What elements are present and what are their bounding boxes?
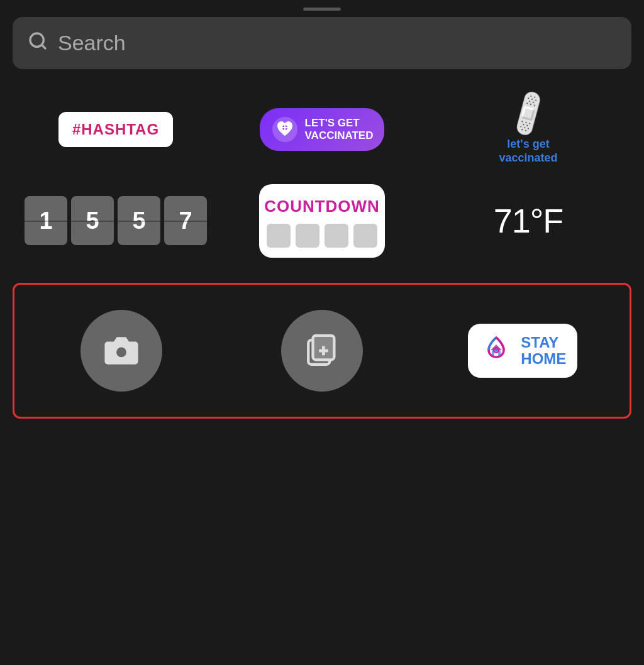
countdown-box-4 [353, 224, 377, 248]
flip-digit-2: 5 [71, 196, 114, 245]
action-row: STAY HOME [13, 283, 631, 419]
vaccinated-sticker-cell[interactable]: LET'S GET VACCINATED [219, 88, 425, 171]
flip-digit-4: 7 [164, 196, 207, 245]
stay-home-cell[interactable]: STAY HOME [423, 311, 623, 390]
sticker-row-2: 1 5 5 7 COUNTDOWN 71°F [0, 177, 644, 264]
svg-point-14 [495, 349, 497, 351]
countdown-sticker[interactable]: COUNTDOWN [259, 184, 385, 258]
hashtag-text: #HASHTAG [72, 121, 159, 138]
gallery-icon [304, 332, 340, 369]
bandaid-icon: 🩹 [501, 87, 556, 140]
vaccinated-sticker[interactable]: LET'S GET VACCINATED [260, 108, 385, 151]
countdown-box-1 [267, 224, 291, 248]
svg-point-6 [115, 346, 127, 358]
bandaid-sticker-cell[interactable]: 🩹 let's getvaccinated [425, 88, 631, 171]
flip-digit-3: 5 [118, 196, 160, 245]
drag-indicator [303, 8, 341, 11]
weather-sticker-cell[interactable]: 71°F [425, 189, 631, 253]
flip-clock[interactable]: 1 5 5 7 [13, 184, 219, 258]
bandaid-text: let's getvaccinated [499, 138, 557, 165]
countdown-label: COUNTDOWN [264, 197, 380, 216]
countdown-box-2 [296, 224, 319, 248]
camera-cell[interactable] [21, 297, 221, 404]
stay-home-icon [479, 334, 513, 368]
search-icon [28, 31, 48, 55]
countdown-boxes [267, 224, 377, 248]
stay-home-sticker[interactable]: STAY HOME [468, 324, 577, 378]
vacc-heart-icon [271, 116, 299, 143]
weather-text: 71°F [494, 201, 564, 240]
countdown-box-3 [325, 224, 348, 248]
camera-icon [103, 332, 140, 369]
countdown-sticker-wrapper[interactable]: COUNTDOWN [219, 184, 425, 258]
sticker-row-1: #HASHTAG LET'S GET VACCINATED 🩹 let's ge… [0, 82, 644, 177]
stay-home-text: STAY HOME [521, 334, 566, 368]
flip-digit-1: 1 [25, 196, 67, 245]
search-bar[interactable]: Search [13, 17, 631, 69]
svg-line-1 [42, 45, 45, 48]
vaccinated-text: LET'S GET VACCINATED [305, 117, 374, 143]
hashtag-sticker[interactable]: #HASHTAG [58, 112, 173, 147]
gallery-cell[interactable] [221, 297, 422, 404]
camera-button[interactable] [80, 310, 162, 392]
search-placeholder: Search [58, 31, 126, 55]
gallery-button[interactable] [281, 310, 363, 392]
hashtag-sticker-cell[interactable]: #HASHTAG [13, 88, 219, 171]
